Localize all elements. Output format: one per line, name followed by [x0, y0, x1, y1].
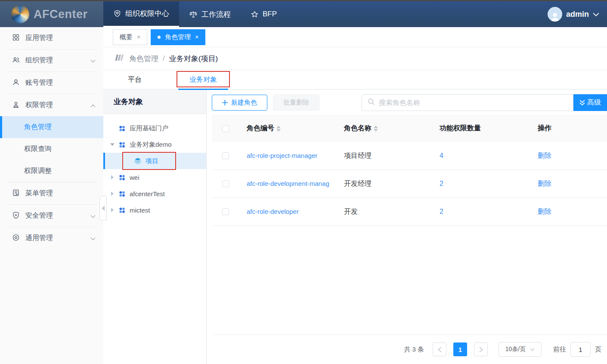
topnav-item-org-permission-center[interactable]: 组织权限中心: [103, 1, 179, 27]
chevron-down-icon: [90, 212, 96, 220]
tree-node-afcentertest[interactable]: afcenterTest: [103, 185, 206, 202]
tree-node-label: 项目: [146, 157, 158, 165]
sidebar-item-label: 权限管理: [25, 101, 53, 110]
column-header-action: 操作: [538, 124, 551, 132]
chevron-left-icon: [438, 347, 442, 352]
sidebar-item-role-management[interactable]: 角色管理: [0, 116, 103, 138]
goto-suffix: 页: [595, 345, 601, 354]
people-icon: [12, 56, 20, 65]
roles-table: 角色编号 角色名称 功能权限数量 操作 afc-role-project-man…: [212, 115, 607, 226]
afcenter-logo-icon: [11, 5, 29, 23]
close-icon[interactable]: ×: [195, 34, 198, 40]
body-area: 业务对象 应用基础门户 业务对象demo: [103, 90, 607, 364]
user-menu[interactable]: admin: [548, 1, 607, 27]
view-tab-business-object[interactable]: 业务对象: [178, 70, 228, 89]
caret-down-icon[interactable]: [110, 143, 115, 146]
chevron-right-icon: [479, 347, 483, 352]
caret-right-icon[interactable]: [111, 175, 114, 179]
delete-link[interactable]: 删除: [538, 152, 551, 159]
advanced-label: 高级: [587, 98, 601, 107]
chevron-left-icon: [102, 206, 105, 211]
sidebar-item-permission-management[interactable]: 权限管理: [0, 94, 103, 116]
brand-name: AFCenter: [34, 8, 88, 21]
tree-panel-title: 业务对象: [103, 90, 206, 114]
batch-delete-button[interactable]: 批量删除: [273, 95, 319, 111]
collapse-panel-handle[interactable]: [99, 196, 107, 221]
prev-page-button[interactable]: [433, 342, 446, 356]
sidebar-item-security-management[interactable]: 安全管理: [0, 205, 103, 227]
delete-link[interactable]: 删除: [538, 180, 551, 187]
person-badge-icon: [12, 101, 20, 110]
sidebar-subitem-label: 角色管理: [24, 123, 52, 132]
role-code-link[interactable]: afc-role-development-manag: [247, 180, 329, 187]
search-icon: [368, 98, 375, 107]
caret-right-icon[interactable]: [111, 191, 114, 196]
role-name: 项目经理: [344, 152, 372, 159]
person-icon: [12, 78, 20, 88]
app-blocks-icon: [118, 174, 126, 181]
sidebar-item-permission-adjust[interactable]: 权限调整: [0, 160, 103, 182]
target-icon: [12, 234, 20, 243]
sidebar-item-menu-management[interactable]: 菜单管理: [0, 182, 103, 204]
table-row: afc-role-development-manag 开发经理 2 删除: [212, 170, 607, 198]
sidebar-item-app-management[interactable]: 应用管理: [0, 27, 103, 49]
sidebar-item-account-management[interactable]: 账号管理: [0, 72, 103, 94]
active-dot-icon: [158, 36, 161, 39]
next-page-button[interactable]: [474, 342, 488, 356]
delete-link[interactable]: 删除: [538, 208, 551, 215]
breadcrumb-parent[interactable]: 角色管理: [129, 54, 158, 64]
avatar: [548, 7, 562, 22]
search-box: [362, 94, 573, 111]
topnav-item-bfp[interactable]: BFP: [241, 1, 287, 27]
chevron-up-icon: [90, 102, 96, 109]
view-tab-platform[interactable]: 平台: [115, 70, 154, 89]
select-all-checkbox[interactable]: [222, 125, 229, 132]
tab-overview[interactable]: 概要 ×: [113, 29, 147, 45]
row-checkbox[interactable]: [222, 180, 229, 187]
search-input[interactable]: [379, 99, 573, 107]
tree-node-mictest[interactable]: mictest: [103, 202, 206, 218]
permission-count-link[interactable]: 4: [440, 152, 443, 159]
sidebar-item-permission-query[interactable]: 权限查询: [0, 138, 103, 160]
tree-node-wei[interactable]: wei: [103, 169, 206, 185]
document-icon: [12, 189, 20, 198]
breadcrumb: 角色管理 / 业务对象(项目): [103, 47, 607, 70]
page-size-select[interactable]: 10条/页: [499, 342, 542, 357]
column-header-role-code: 角色编号: [247, 124, 274, 133]
current-page-button[interactable]: 1: [453, 342, 467, 356]
sidebar-item-org-management[interactable]: 组织管理: [0, 49, 103, 71]
goto-page-input[interactable]: [570, 342, 591, 357]
permission-count-link[interactable]: 2: [440, 208, 443, 215]
role-name: 开发经理: [344, 180, 372, 187]
table-row: afc-role-project-manager 项目经理 4 删除: [212, 142, 607, 170]
caret-right-icon[interactable]: [111, 208, 114, 212]
sidebar-item-general-management[interactable]: 通用管理: [0, 227, 103, 249]
tree-node-project[interactable]: 项目: [103, 153, 206, 169]
app-blocks-icon: [118, 125, 126, 132]
role-name: 开发: [344, 208, 358, 215]
topnav-item-workflow[interactable]: 工作流程: [179, 1, 241, 27]
role-code-link[interactable]: afc-role-project-manager: [247, 152, 317, 159]
username: admin: [566, 10, 589, 19]
app-blocks-icon: [118, 141, 126, 148]
tree-node-label: 应用基础门户: [130, 124, 168, 133]
row-checkbox[interactable]: [222, 208, 229, 215]
tree-node-app-base-portal[interactable]: 应用基础门户: [103, 120, 206, 136]
tree-node-label: mictest: [130, 207, 150, 214]
sort-icon[interactable]: [374, 126, 378, 132]
row-checkbox[interactable]: [222, 152, 229, 159]
topnav-label: 组织权限中心: [125, 9, 169, 19]
batch-delete-label: 批量删除: [283, 99, 309, 107]
permission-count-link[interactable]: 2: [440, 180, 443, 187]
app-grid-icon: [12, 34, 20, 43]
new-role-button[interactable]: 新建角色: [212, 95, 267, 111]
close-icon[interactable]: ×: [137, 34, 140, 40]
chevron-down-icon: [530, 348, 535, 351]
advanced-search-button[interactable]: 高级: [573, 94, 607, 111]
sort-icon[interactable]: [276, 126, 281, 132]
sidebar-item-label: 通用管理: [25, 234, 53, 243]
role-code-link[interactable]: afc-role-developer: [247, 208, 299, 215]
chevron-down-icon: [90, 234, 96, 242]
tree-node-business-object-demo[interactable]: 业务对象demo: [103, 136, 206, 153]
tab-role-management[interactable]: 角色管理 ×: [151, 29, 205, 45]
